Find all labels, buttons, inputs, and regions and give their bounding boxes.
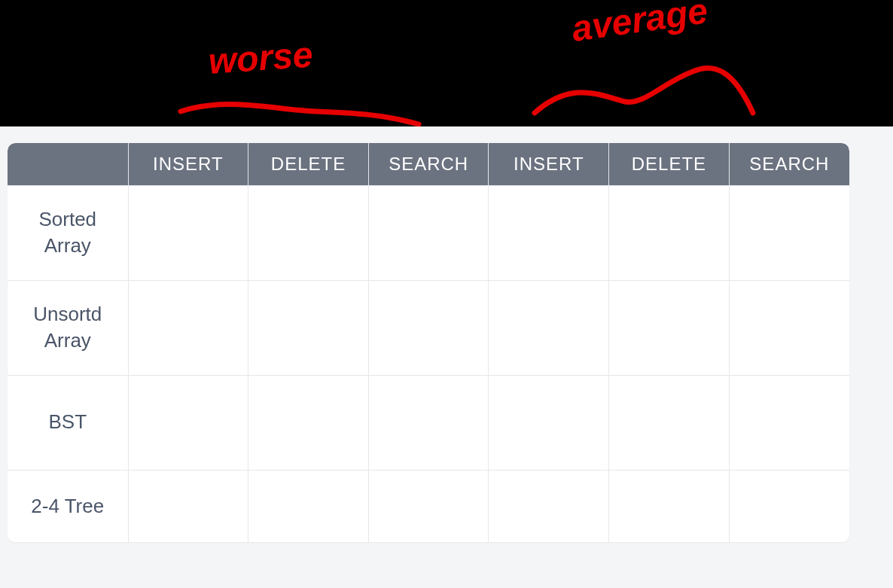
cell: [489, 375, 609, 470]
cell: [609, 375, 730, 470]
cell: [368, 375, 489, 470]
handwriting-overlay: worse average: [0, 0, 893, 126]
cell: [609, 470, 730, 542]
header-insert-worse: INSERT: [128, 143, 248, 185]
table-row: 2-4 Tree: [8, 470, 849, 542]
cell: [248, 375, 369, 470]
annotation-worse-underline: [181, 104, 419, 124]
table-header-row: INSERT DELETE SEARCH INSERT DELETE SEARC…: [8, 143, 849, 185]
table-row: Sorted Array: [8, 185, 849, 280]
cell: [248, 280, 369, 375]
annotation-worse-text: worse: [207, 34, 314, 81]
cell: [489, 280, 609, 375]
table-row: Unsortd Array: [8, 280, 849, 375]
header-insert-avg: INSERT: [489, 143, 609, 185]
cell: [368, 470, 489, 542]
annotation-average-underline: [535, 68, 753, 113]
top-annotation-bar: worse average: [0, 0, 893, 126]
row-label-line: Array: [44, 329, 91, 352]
cell: [729, 470, 849, 542]
cell: [729, 280, 849, 375]
cell: [128, 470, 248, 542]
cell: [368, 185, 489, 280]
cell: [128, 375, 248, 470]
row-label-line: Array: [44, 234, 91, 257]
cell: [729, 375, 849, 470]
header-delete-worse: DELETE: [248, 143, 369, 185]
page-body: INSERT DELETE SEARCH INSERT DELETE SEARC…: [0, 126, 893, 550]
row-label-line: Sorted: [38, 208, 96, 230]
annotation-average-text: average: [569, 0, 710, 49]
header-search-worse: SEARCH: [368, 143, 489, 185]
table-row: BST: [8, 375, 849, 470]
row-label-bst: BST: [8, 375, 128, 470]
cell: [368, 280, 489, 375]
row-label-unsorted-array: Unsortd Array: [8, 280, 128, 375]
cell: [128, 280, 248, 375]
row-label-line: 2-4 Tree: [31, 495, 104, 517]
row-label-line: BST: [48, 410, 87, 433]
complexity-table: INSERT DELETE SEARCH INSERT DELETE SEARC…: [8, 143, 849, 542]
cell: [609, 280, 730, 375]
row-label-2-4-tree: 2-4 Tree: [8, 470, 128, 542]
cell: [729, 185, 849, 280]
cell: [609, 185, 730, 280]
cell: [489, 470, 609, 542]
header-delete-avg: DELETE: [609, 143, 730, 185]
row-label-line: Unsortd: [33, 303, 102, 325]
cell: [248, 185, 369, 280]
header-blank: [8, 143, 128, 185]
header-search-avg: SEARCH: [729, 143, 849, 185]
cell: [489, 185, 609, 280]
complexity-table-card: INSERT DELETE SEARCH INSERT DELETE SEARC…: [8, 143, 849, 542]
cell: [128, 185, 248, 280]
cell: [248, 470, 369, 542]
row-label-sorted-array: Sorted Array: [8, 185, 128, 280]
